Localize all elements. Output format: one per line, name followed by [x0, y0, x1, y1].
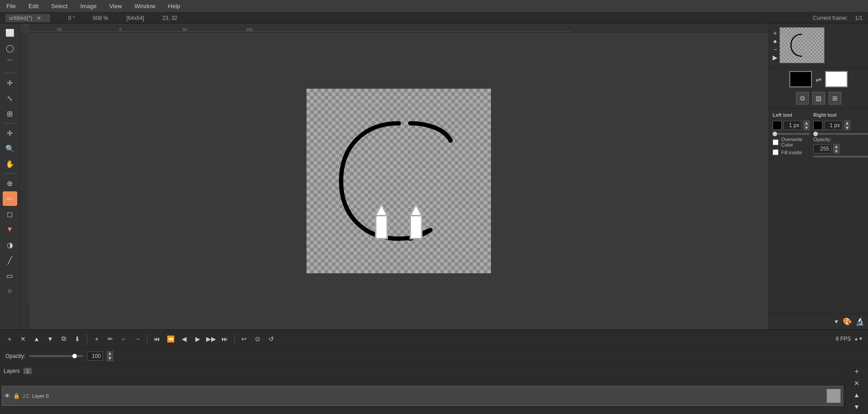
- zoom-tool[interactable]: 🔍: [3, 141, 17, 156]
- toolbar-separator-3: [4, 173, 16, 174]
- anim-sep-3: [234, 334, 235, 343]
- background-color[interactable]: [825, 71, 848, 87]
- layer-down-btn[interactable]: ▼: [851, 401, 863, 412]
- circle-tool[interactable]: ○: [3, 284, 17, 298]
- right-tool-opacity-slider[interactable]: [813, 133, 868, 135]
- menu-view[interactable]: View: [107, 2, 125, 10]
- canvas-area[interactable]: -50 0 50 100: [20, 24, 769, 329]
- color-mode-indexed[interactable]: ▨: [812, 92, 825, 105]
- loop-btn[interactable]: ↩: [238, 333, 250, 345]
- play-btn[interactable]: ▶: [192, 333, 203, 345]
- right-tool-opacity-input[interactable]: [813, 144, 831, 153]
- current-frame-label: Current frame:: [813, 15, 848, 21]
- undo-anim-btn[interactable]: ↺: [265, 333, 277, 345]
- menu-file[interactable]: File: [4, 2, 19, 10]
- add-frame-preview[interactable]: +: [773, 29, 777, 37]
- left-tool-size-up[interactable]: ▲: [803, 120, 810, 125]
- dropdown-arrow[interactable]: ▼: [834, 319, 839, 325]
- layer-item[interactable]: 👁 🔒 J C Layer 0: [2, 386, 843, 406]
- left-tool-size-down[interactable]: ▼: [803, 125, 810, 130]
- opacity-track[interactable]: [29, 355, 83, 357]
- pencil-tool[interactable]: ✏: [3, 191, 17, 206]
- left-tool-opacity-slider[interactable]: [773, 133, 810, 135]
- step-back-btn[interactable]: ◀: [178, 333, 190, 345]
- right-tool-opacity-thumb[interactable]: [813, 132, 818, 136]
- color-mode-normal[interactable]: ⧉: [796, 92, 809, 105]
- export-btn[interactable]: ⬇: [71, 333, 83, 345]
- eraser-tool[interactable]: ◻: [3, 207, 17, 221]
- prev-tag-btn[interactable]: ←: [118, 333, 130, 345]
- right-tool-opacity-up[interactable]: ▲: [833, 144, 840, 149]
- left-tool-column: Left tool ▲ ▼ Ov: [773, 112, 810, 159]
- layer-up-btn[interactable]: ▲: [851, 390, 863, 400]
- left-tool-size-input[interactable]: [783, 121, 802, 130]
- slice-tool[interactable]: ⊞: [3, 106, 17, 121]
- onion-skin-btn[interactable]: ⊙: [252, 333, 264, 345]
- left-tool-size-preview: [773, 121, 782, 130]
- layer-lock-icon[interactable]: 🔒: [13, 393, 20, 399]
- tag-btn[interactable]: ✏: [104, 333, 116, 345]
- layer-visibility-icon[interactable]: 👁: [4, 392, 10, 400]
- remove-layer-btn[interactable]: ✕: [851, 378, 863, 389]
- radio-select[interactable]: ●: [773, 38, 777, 45]
- right-tool-size-up[interactable]: ▲: [844, 120, 850, 125]
- opacity-thumb[interactable]: [72, 354, 77, 358]
- remove-frame-btn[interactable]: ✕: [17, 333, 29, 345]
- right-tool-full-opacity-slider[interactable]: [813, 156, 868, 157]
- play-preview[interactable]: ▶: [773, 54, 778, 61]
- canvas-drawing[interactable]: [307, 89, 491, 273]
- hand-tool[interactable]: ✋: [3, 157, 17, 171]
- overwrite-color-label: Overwrite Color: [781, 137, 810, 148]
- color-swap-icon[interactable]: ⇌: [816, 75, 821, 84]
- move-up-btn[interactable]: ▲: [31, 333, 42, 345]
- add-frame-btn[interactable]: +: [4, 333, 15, 345]
- move-tool[interactable]: ✛: [3, 126, 17, 140]
- right-tool-opacity-down[interactable]: ▼: [833, 149, 840, 154]
- canvas-container[interactable]: [29, 33, 769, 329]
- foreground-color[interactable]: [789, 71, 812, 87]
- minus-preview[interactable]: −: [773, 46, 777, 53]
- menu-edit[interactable]: Edit: [26, 2, 41, 10]
- palette-icon[interactable]: 🎨: [843, 317, 852, 326]
- anim-sep-2: [147, 334, 147, 343]
- right-tool-size-down[interactable]: ▼: [844, 125, 850, 130]
- lasso-tool[interactable]: ⌒: [3, 56, 17, 71]
- first-frame-btn[interactable]: ⏮: [151, 333, 163, 345]
- shading-tool[interactable]: ◑: [3, 238, 17, 252]
- rect-tool[interactable]: ▭: [3, 268, 17, 283]
- opacity-up[interactable]: ▲: [107, 351, 113, 356]
- transform-tool[interactable]: ✛: [3, 76, 17, 90]
- prev-frame-btn[interactable]: ⏪: [165, 333, 176, 345]
- fill-inside-row: Fill inside: [773, 149, 810, 155]
- overwrite-color-checkbox[interactable]: [773, 139, 778, 145]
- marquee-tool[interactable]: ⬜: [3, 25, 17, 40]
- menu-help[interactable]: Help: [165, 2, 183, 10]
- move-down-btn[interactable]: ▼: [44, 333, 56, 345]
- fill-inside-checkbox[interactable]: [773, 149, 778, 155]
- left-tool-header: Left tool: [773, 112, 810, 118]
- color-mode-tile[interactable]: ⊞: [829, 92, 841, 105]
- svg-text:50: 50: [183, 27, 187, 32]
- fill-tool[interactable]: ▼: [3, 222, 17, 237]
- left-tool-opacity-thumb[interactable]: [773, 132, 777, 136]
- line-tool[interactable]: ╱: [3, 253, 17, 267]
- bottom-right-icons: ▼ 🎨 🔬: [769, 313, 868, 329]
- scale-tool[interactable]: ⤡: [3, 91, 17, 105]
- menu-select[interactable]: Select: [48, 2, 70, 10]
- menu-window[interactable]: Window: [132, 2, 158, 10]
- opacity-value-input[interactable]: [87, 352, 103, 361]
- right-tool-size-input[interactable]: [824, 121, 842, 130]
- last-frame-btn[interactable]: ⏭: [219, 333, 231, 345]
- opacity-down[interactable]: ▼: [107, 356, 113, 361]
- step-fwd-btn[interactable]: ▶▶: [205, 333, 217, 345]
- next-tag-btn[interactable]: →: [132, 333, 143, 345]
- tab-title[interactable]: untitled(*) ✕: [5, 14, 50, 22]
- eyedropper-icon[interactable]: 🔬: [855, 317, 864, 326]
- add-anim-btn[interactable]: +: [91, 333, 103, 345]
- add-layer-btn[interactable]: +: [851, 366, 863, 377]
- menu-image[interactable]: Image: [78, 2, 99, 10]
- fps-up[interactable]: ▲▼: [853, 333, 864, 345]
- ellipse-select-tool[interactable]: ◯: [3, 41, 17, 55]
- eyedropper-tool[interactable]: ⊕: [3, 176, 17, 190]
- duplicate-btn[interactable]: ⧉: [58, 333, 70, 345]
